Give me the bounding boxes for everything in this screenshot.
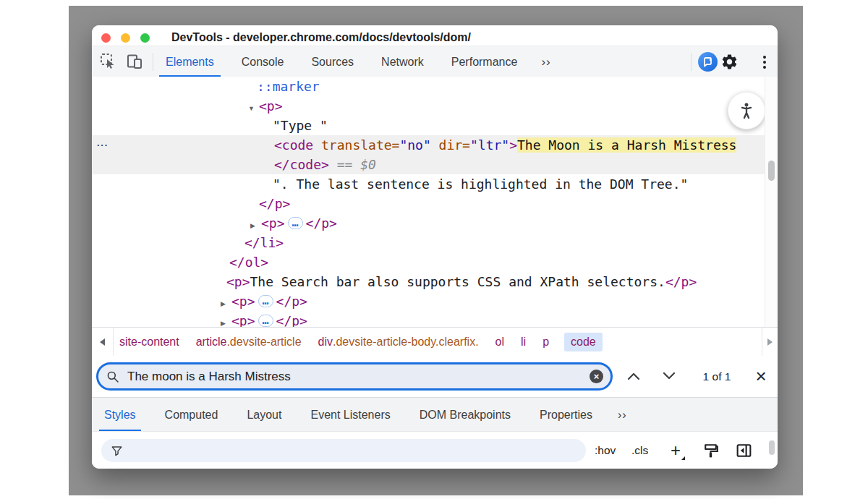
breadcrumb-item[interactable]: site-content bbox=[118, 333, 181, 351]
expander-arrow-icon[interactable]: ▶ bbox=[221, 314, 231, 327]
collapsed-content-ellipsis[interactable]: … bbox=[288, 217, 303, 229]
dom-tree-row[interactable]: ::marker bbox=[92, 77, 765, 96]
sidebar-tab-styles[interactable]: Styles bbox=[95, 398, 145, 432]
panel-tab-overflow-icon[interactable]: ›› bbox=[537, 46, 555, 77]
panel-tab-console[interactable]: Console bbox=[232, 46, 294, 77]
panel-tab-elements[interactable]: Elements bbox=[156, 46, 224, 77]
breadcrumb-item[interactable]: p bbox=[541, 333, 550, 351]
breadcrumb-item[interactable]: ol bbox=[494, 333, 506, 351]
dom-token-tag: </p> bbox=[665, 274, 697, 289]
sidebar-tab-dom-breakpoints[interactable]: DOM Breakpoints bbox=[410, 398, 520, 432]
window-title: DevTools - developer.chrome.com/docs/dev… bbox=[171, 31, 471, 44]
class-toggle[interactable]: .cls bbox=[631, 432, 648, 469]
sidebar-tab-overflow-icon[interactable]: ›› bbox=[613, 398, 631, 432]
sidebar-tabs: StylesComputedLayoutEvent ListenersDOM B… bbox=[92, 397, 778, 432]
breadcrumb-item[interactable]: div.devsite-article-body.clearfix. bbox=[317, 333, 480, 351]
search-input[interactable] bbox=[126, 369, 590, 385]
dom-token-tag: </p> bbox=[276, 294, 307, 309]
title-bar: DevTools - developer.chrome.com/docs/dev… bbox=[92, 25, 778, 46]
dom-tree-row[interactable]: <p>The Search bar also supports CSS and … bbox=[92, 272, 765, 291]
sidebar-tab-computed[interactable]: Computed bbox=[156, 398, 228, 432]
sidebar-tab-layout[interactable]: Layout bbox=[237, 398, 291, 432]
dom-tree-row[interactable]: "Type " bbox=[92, 116, 765, 135]
accessibility-person-icon[interactable] bbox=[728, 92, 765, 129]
breadcrumb-item[interactable]: article.devsite-article bbox=[195, 333, 303, 351]
breadcrumb-tag: article bbox=[196, 336, 227, 349]
dom-token-tag: </li> bbox=[244, 235, 284, 250]
collapsed-content-ellipsis[interactable]: … bbox=[258, 315, 273, 327]
dom-token-text: The Search bar also supports CSS and XPa… bbox=[250, 274, 665, 289]
dom-tree-row[interactable]: ▶<p>…</p> bbox=[92, 213, 765, 233]
vertical-scrollbar[interactable] bbox=[765, 77, 778, 327]
styles-filter-input[interactable] bbox=[129, 444, 586, 458]
dom-tree-row[interactable]: </ol> bbox=[92, 252, 765, 272]
dom-token-tag: <p> bbox=[226, 274, 250, 289]
breadcrumb: site-contentarticle.devsite-articlediv.d… bbox=[118, 328, 760, 357]
toolbar-divider bbox=[153, 53, 153, 71]
breadcrumb-item[interactable]: li bbox=[519, 333, 527, 351]
dom-token-dollar: $0 bbox=[360, 157, 376, 172]
dom-token-tag: <p> bbox=[261, 216, 285, 231]
dom-token-tag: </ol> bbox=[229, 255, 268, 270]
dom-token-tag: </p> bbox=[306, 216, 337, 231]
dom-tree-row[interactable]: </p> bbox=[92, 194, 765, 213]
styles-filter-row: :hov .cls + bbox=[92, 431, 778, 469]
panel-tab-performance[interactable]: Performance bbox=[442, 46, 527, 77]
dom-token-tag: </p> bbox=[276, 313, 307, 327]
collapsed-content-ellipsis[interactable]: … bbox=[258, 295, 273, 307]
dom-token-tag: > bbox=[509, 137, 517, 153]
breadcrumb-scroll-right-icon[interactable] bbox=[762, 328, 778, 357]
dom-token-attr: translate= bbox=[321, 137, 399, 153]
dom-tree-row[interactable]: ▶<p>…</p> bbox=[92, 291, 765, 311]
dom-token-tag: </p> bbox=[259, 196, 290, 211]
sidebar-scrollbar-thumb[interactable] bbox=[769, 440, 775, 455]
dom-token-text: ". The last sentence is highlighted in t… bbox=[273, 176, 688, 192]
dom-tree-row[interactable]: ···<code translate="no" dir="ltr">The Mo… bbox=[92, 135, 765, 155]
traffic-light-close[interactable] bbox=[101, 33, 111, 43]
ai-assistance-icon[interactable] bbox=[698, 52, 718, 72]
device-toolbar-icon[interactable] bbox=[125, 52, 144, 71]
dom-token-text: "Type " bbox=[273, 118, 328, 133]
sidebar-tab-event-listeners[interactable]: Event Listeners bbox=[301, 398, 399, 432]
breadcrumb-tag: code bbox=[571, 336, 596, 349]
traffic-light-zoom[interactable] bbox=[140, 33, 150, 43]
breadcrumb-tag: site-content bbox=[119, 336, 179, 349]
clear-search-icon[interactable]: × bbox=[590, 370, 603, 383]
toolbar-right-divider bbox=[691, 53, 692, 71]
panel-tab-sources[interactable]: Sources bbox=[302, 46, 363, 77]
pseudo-state-toggle[interactable]: :hov bbox=[595, 432, 616, 469]
breadcrumb-class: .devsite-article-body.clearfix. bbox=[333, 336, 479, 349]
breadcrumb-tag: p bbox=[542, 336, 549, 349]
sidebar-tab-properties[interactable]: Properties bbox=[530, 398, 602, 432]
breadcrumb-tag: div bbox=[318, 336, 333, 349]
dom-tree-row[interactable]: ▼<p> bbox=[92, 96, 765, 116]
panel-tab-network[interactable]: Network bbox=[372, 46, 433, 77]
more-actions-gutter-icon[interactable]: ··· bbox=[97, 135, 109, 155]
dom-tree-row[interactable]: </li> bbox=[92, 233, 765, 252]
breadcrumb-scroll-left-icon[interactable] bbox=[92, 328, 114, 357]
dom-token-val: "ltr" bbox=[470, 137, 509, 153]
dom-tree-row[interactable]: ▶<p>…</p> bbox=[92, 311, 765, 327]
dom-tree-row[interactable]: ". The last sentence is highlighted in t… bbox=[92, 174, 765, 194]
brush-icon[interactable] bbox=[702, 441, 720, 460]
inspect-cursor-icon[interactable] bbox=[99, 52, 118, 71]
traffic-light-minimize[interactable] bbox=[121, 33, 130, 43]
dom-token-tag: <p> bbox=[259, 98, 283, 114]
dom-token-pseudo: ::marker bbox=[257, 79, 320, 94]
breadcrumb-item[interactable]: code bbox=[564, 333, 603, 351]
dock-panel-icon[interactable] bbox=[735, 441, 753, 460]
next-result-icon[interactable] bbox=[659, 366, 679, 386]
search-close-icon[interactable]: × bbox=[746, 356, 775, 397]
dom-token-tag: <p> bbox=[231, 294, 255, 309]
dom-tree-row[interactable]: </code> == $0 bbox=[92, 155, 765, 174]
scrollbar-thumb[interactable] bbox=[768, 161, 775, 181]
dom-token-val: "no" bbox=[399, 137, 430, 153]
kebab-menu-icon[interactable] bbox=[757, 53, 772, 71]
new-style-rule-icon[interactable]: + bbox=[667, 441, 684, 460]
breadcrumb-bar: site-contentarticle.devsite-articlediv.d… bbox=[92, 327, 778, 357]
magnifier-icon bbox=[106, 370, 119, 383]
previous-result-icon[interactable] bbox=[624, 366, 644, 386]
gear-icon[interactable] bbox=[720, 53, 739, 71]
devtools-window: DevTools - developer.chrome.com/docs/dev… bbox=[92, 25, 778, 469]
breadcrumb-tag: li bbox=[521, 336, 526, 349]
